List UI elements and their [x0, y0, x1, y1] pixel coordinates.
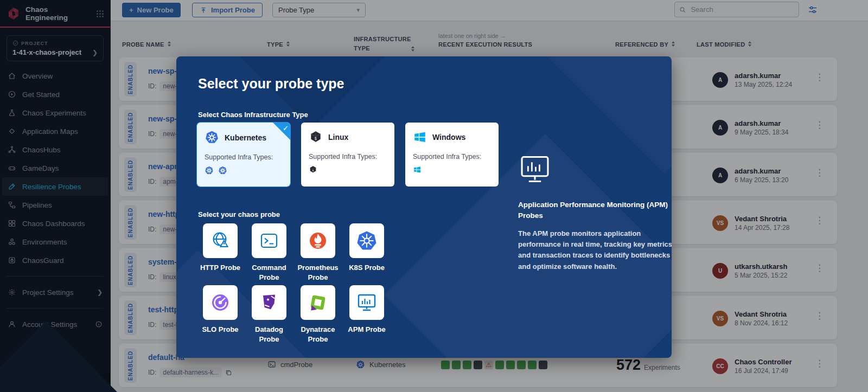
- command-probe-icon: [257, 229, 281, 253]
- probe-tile-apm[interactable]: APM Probe: [342, 285, 391, 347]
- probe-tile-http[interactable]: HTTP Probe: [196, 223, 245, 285]
- probe-tile-k8s[interactable]: K8S Probe: [342, 223, 391, 285]
- windows-icon: [413, 165, 422, 174]
- slo-probe-icon: [208, 291, 232, 314]
- datadog-probe-icon: [257, 291, 281, 314]
- supported-infra-label: Supported Infra Types:: [309, 153, 387, 160]
- kubernetes-icon: [205, 130, 219, 145]
- probe-grid: HTTP Probe Command Probe Prometheus Prob…: [196, 223, 391, 347]
- probe-tile-dynatrace[interactable]: Dynatrace Probe: [293, 285, 342, 347]
- prometheus-probe-icon: [306, 229, 330, 253]
- windows-icon: [413, 130, 427, 144]
- supported-infra-label: Supported Infra Types:: [413, 153, 491, 160]
- probe-tile-command[interactable]: Command Probe: [245, 223, 293, 285]
- probe-type-modal: Select your probe type Select Chaos Infr…: [176, 56, 672, 358]
- kubernetes-icon: [218, 166, 227, 175]
- infra-section-label: Select Chaos Infrastructure Type: [198, 111, 308, 119]
- k8s-probe-icon: [355, 229, 379, 253]
- linux-icon: $: [309, 165, 317, 174]
- probe-tile-slo[interactable]: SLO Probe: [196, 285, 245, 347]
- kubernetes-icon: [205, 166, 214, 175]
- probe-section-label: Select your chaos probe: [198, 210, 280, 219]
- apm-detail-panel: Application Performance Monitoring (APM)…: [518, 153, 672, 272]
- http-probe-icon: [208, 229, 232, 253]
- infra-card-list: ✓ Kubernetes Supported Infra Types: $: [197, 123, 499, 187]
- infra-card-kubernetes[interactable]: ✓ Kubernetes Supported Infra Types:: [197, 123, 290, 187]
- dynatrace-probe-icon: [306, 291, 330, 314]
- apm-description: The APM probe monitors application perfo…: [518, 228, 672, 272]
- apm-probe-icon: [355, 291, 379, 314]
- apm-monitor-icon: [518, 153, 552, 185]
- selected-check-icon: ✓: [273, 123, 290, 140]
- modal-title: Select your probe type: [198, 76, 344, 92]
- infra-card-linux[interactable]: $ Linux Supported Infra Types: $: [301, 123, 394, 187]
- apm-heading: Application Performance Monitoring (APM)…: [518, 200, 672, 221]
- probe-tile-prometheus[interactable]: Prometheus Probe: [293, 223, 342, 285]
- probe-tile-datadog[interactable]: Datadog Probe: [245, 285, 293, 347]
- svg-text:$: $: [312, 169, 314, 172]
- infra-card-windows[interactable]: Windows Supported Infra Types:: [405, 123, 499, 187]
- supported-infra-label: Supported Infra Types:: [205, 153, 283, 161]
- linux-icon: $: [309, 130, 323, 144]
- svg-text:$: $: [315, 136, 317, 141]
